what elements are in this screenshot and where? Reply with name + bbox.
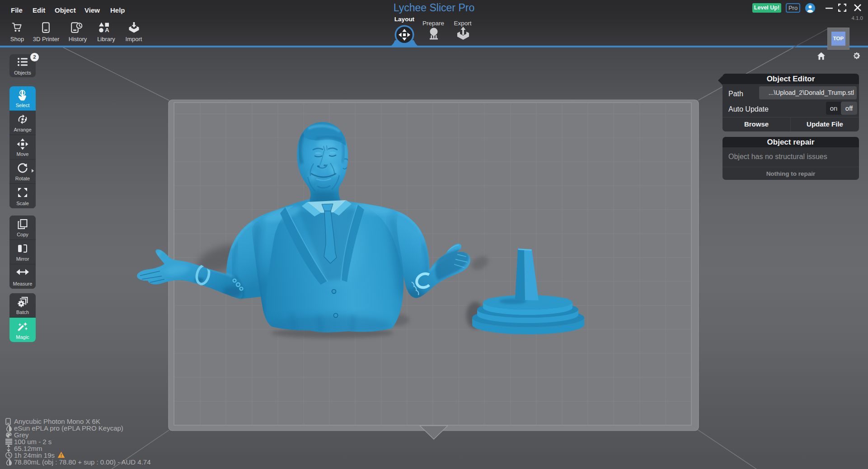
- svg-text:A: A: [105, 27, 109, 33]
